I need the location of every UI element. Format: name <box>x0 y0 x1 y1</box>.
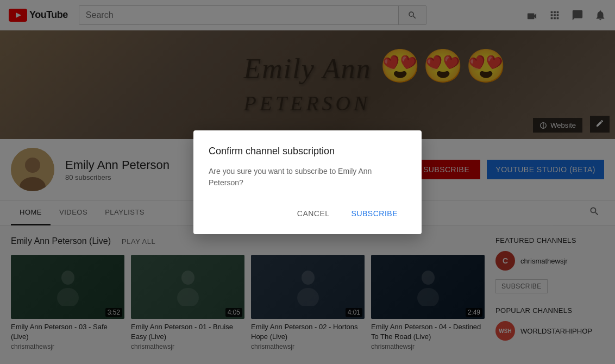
confirm-subscribe-button[interactable]: SUBSCRIBE <box>343 204 406 223</box>
cancel-button[interactable]: CANCEL <box>288 204 338 223</box>
modal-title: Confirm channel subscription <box>209 146 406 157</box>
modal-body: Are you sure you want to subscribe to Em… <box>209 166 406 189</box>
modal-overlay[interactable]: Confirm channel subscription Are you sur… <box>0 0 615 364</box>
subscription-confirm-dialog: Confirm channel subscription Are you sur… <box>193 130 422 234</box>
modal-actions: CANCEL SUBSCRIBE <box>209 204 406 223</box>
